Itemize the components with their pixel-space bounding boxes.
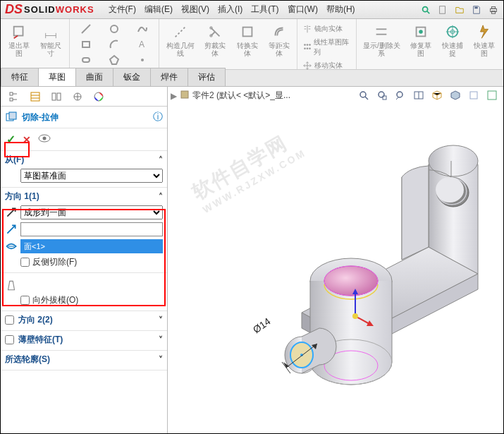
rect-icon (80, 39, 92, 50)
construction-line-button[interactable]: 构造几何线 (164, 22, 197, 59)
linear-pattern-button[interactable]: 线性草图阵列 (302, 36, 351, 59)
brand-works: WORKS (56, 4, 94, 15)
mirror-icon (302, 23, 313, 35)
face-selection-box[interactable]: 面<1> (20, 239, 163, 253)
trim-button[interactable]: 剪裁实体 (202, 22, 229, 59)
tab-sheetmetal[interactable]: 钣金 (113, 68, 151, 86)
rapid-sketch-button[interactable]: 快速草图 (471, 22, 498, 59)
tab-weldment[interactable]: 焊件 (150, 68, 188, 86)
svg-rect-3 (474, 6, 477, 8)
help-icon[interactable]: ⓘ (153, 111, 163, 123)
text-tool[interactable]: A (130, 37, 154, 53)
repair-button[interactable]: 修复草图 (407, 22, 434, 59)
thin-checkbox[interactable] (5, 335, 14, 344)
slot-tool[interactable] (74, 53, 98, 68)
hide-show-icon[interactable] (467, 88, 481, 102)
direction-vector-icon[interactable] (5, 223, 18, 236)
svg-rect-21 (242, 28, 252, 37)
dir2-checkbox[interactable] (5, 315, 14, 325)
dimension-icon (42, 23, 59, 40)
tab-features[interactable]: 特征 (1, 68, 39, 86)
menu-tools[interactable]: 工具(T) (251, 4, 278, 16)
tab-evaluate[interactable]: 评估 (188, 68, 226, 86)
expand-icon[interactable]: ˅ (159, 315, 163, 325)
draft-outward-checkbox[interactable] (20, 296, 30, 305)
collapse-icon[interactable]: ˄ (159, 192, 163, 202)
draft-icon[interactable] (5, 279, 18, 291)
svg-point-67 (436, 177, 464, 203)
convert-button[interactable]: 转换实体 (233, 22, 261, 59)
menu-window[interactable]: 窗口(W) (288, 4, 318, 16)
relations-button[interactable]: 显示/删除关系 (361, 22, 402, 59)
polygon-tool[interactable] (102, 53, 126, 68)
point-tool[interactable] (130, 53, 154, 68)
titlebar: DS SOLIDWORKS 文件(F) 编辑(E) 视图(V) 插入(I) 工具… (1, 1, 503, 19)
tab-sketch[interactable]: 草图 (38, 68, 76, 86)
rect-tool[interactable] (74, 37, 98, 53)
search-icon[interactable] (420, 4, 431, 16)
menu-view[interactable]: 视图(V) (181, 4, 209, 16)
prev-view-icon[interactable] (393, 88, 407, 102)
menu-edit[interactable]: 编辑(E) (145, 4, 173, 16)
circle-tool[interactable] (102, 22, 126, 37)
display-style-icon[interactable] (448, 88, 462, 102)
manager-tabs (1, 87, 167, 107)
print-icon[interactable] (488, 4, 499, 16)
svg-point-52 (43, 137, 47, 140)
save-icon[interactable] (471, 4, 482, 16)
collapse-icon[interactable]: ˄ (159, 155, 163, 165)
smart-dimension-button[interactable]: 智能尺寸 (37, 22, 64, 59)
svg-point-22 (304, 44, 306, 46)
svg-line-1 (427, 11, 430, 13)
ok-button[interactable]: ✓ (6, 133, 16, 146)
flip-side-checkbox[interactable] (20, 258, 30, 267)
open-icon[interactable] (454, 4, 465, 16)
graphics-viewport[interactable]: ▶ 零件2 (默认< <默认>_显... 软件自学网 WWW.RJZXW.COM (168, 87, 503, 433)
dimxpert-tab[interactable] (67, 88, 88, 105)
expand-icon[interactable]: ˅ (159, 355, 163, 365)
from-combo[interactable]: 草图基准面 (20, 169, 163, 183)
end-condition-combo[interactable]: 成形到一面 (20, 205, 163, 219)
cancel-button[interactable]: ✕ (23, 134, 31, 145)
menu-file[interactable]: 文件(F) (109, 4, 136, 16)
mirror-button[interactable]: 镜向实体 (302, 22, 351, 36)
exit-sketch-button[interactable]: 退出草图 (5, 22, 32, 59)
direction-vector-field[interactable] (20, 222, 163, 236)
pattern-icon (302, 42, 312, 53)
pm-header: 切除-拉伸 ⓘ (1, 107, 167, 128)
move-button[interactable]: 移动实体 (302, 59, 351, 73)
spline-icon (137, 23, 148, 35)
expand-icon[interactable]: ˅ (159, 335, 163, 345)
svg-point-56 (379, 92, 384, 97)
menu-help[interactable]: 帮助(H) (326, 4, 355, 16)
apply-scene-icon[interactable] (485, 88, 499, 102)
feature-tree-tab[interactable] (4, 88, 25, 105)
svg-rect-53 (181, 91, 188, 98)
breadcrumb-arrow-icon[interactable]: ▶ (171, 91, 177, 101)
section-view-icon[interactable] (412, 88, 426, 102)
tab-surface[interactable]: 曲面 (75, 68, 113, 86)
menu-insert[interactable]: 插入(I) (218, 4, 242, 16)
line-tool[interactable] (74, 22, 98, 37)
view-orient-icon[interactable] (430, 88, 444, 102)
breadcrumb-doc[interactable]: 零件2 (默认< <默认>_显... (192, 90, 290, 102)
arc-tool[interactable] (102, 37, 126, 53)
section-direction1: 方向 1(1)˄ 成形到一面 面<1> 反侧切除(F) (1, 188, 167, 273)
property-tab[interactable] (25, 88, 46, 105)
offset-button[interactable]: 等距实体 (265, 22, 293, 59)
face-selection-icon[interactable] (5, 240, 18, 253)
zoom-fit-icon[interactable] (357, 88, 371, 102)
pm-actions: ✓ ✕ (1, 128, 167, 151)
new-icon[interactable] (437, 4, 448, 16)
preview-button[interactable] (38, 134, 51, 145)
quick-snap-button[interactable]: 快速捕捉 (438, 22, 466, 59)
zoom-area-icon[interactable] (375, 88, 389, 102)
thin-label: 薄壁特征(T) (18, 334, 159, 346)
reverse-direction-icon[interactable] (5, 206, 18, 219)
spline-tool[interactable] (130, 22, 154, 37)
appearance-tab[interactable] (88, 88, 109, 105)
config-tab[interactable] (46, 88, 67, 105)
svg-marker-16 (110, 56, 118, 64)
exit-sketch-icon (11, 23, 27, 40)
quick-access-toolbar (420, 4, 503, 16)
